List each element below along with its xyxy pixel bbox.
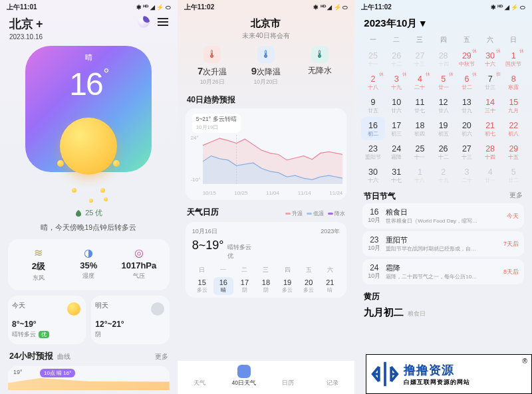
- calendar-day[interactable]: 17初三: [385, 117, 408, 140]
- forecast-stat[interactable]: 🌡 无降水: [293, 46, 346, 86]
- watermark-sub: 白嫖互联网资源的网站: [404, 378, 470, 387]
- calendar-day[interactable]: 24霜降: [385, 140, 408, 163]
- calendar-day[interactable]: 11廿七: [408, 94, 432, 117]
- nav-tab[interactable]: 40日天气: [221, 361, 266, 394]
- calendar-day[interactable]: 休30十六: [478, 47, 501, 70]
- aqi-badge[interactable]: 25 优: [0, 208, 178, 218]
- festival-card[interactable]: 2410月霜降霜降，二十四节气之一，每年公历10月23日…8天后: [362, 259, 524, 284]
- calendar-day[interactable]: 20初六: [455, 117, 478, 140]
- weekday: 五: [299, 264, 319, 276]
- trend-chart[interactable]: 5~21° 多云转晴10月19日 24° -10° 10/1510/2511/0…: [186, 108, 347, 200]
- day-card[interactable]: 明天 12°~21° 阴: [91, 296, 169, 344]
- calendar-day[interactable]: 18阴: [256, 277, 276, 295]
- forecast-stat[interactable]: 🌡 9次降温 10月20日: [239, 46, 293, 86]
- calendar-day[interactable]: 20多云: [299, 277, 319, 295]
- day-card[interactable]: 今天 8°~19° 晴转多云 优: [8, 296, 86, 344]
- nav-tab[interactable]: 日历: [266, 361, 311, 394]
- calendar-day[interactable]: 26十二: [432, 140, 455, 163]
- calendar-day[interactable]: 15九月: [502, 94, 525, 117]
- calendar-day[interactable]: 休5廿一: [432, 70, 455, 94]
- calendar-day[interactable]: 26十二: [385, 47, 408, 70]
- calendar-day[interactable]: 19初五: [432, 117, 455, 140]
- calendar-day[interactable]: 2十九: [432, 163, 455, 187]
- calendar-day[interactable]: 30十六: [361, 163, 384, 187]
- rest-badge: 休: [379, 71, 384, 78]
- calendar-desc: 晴转多云优: [227, 243, 251, 260]
- calendar-day[interactable]: 27十三: [408, 47, 432, 70]
- calendar-day[interactable]: 29十五: [502, 140, 525, 163]
- festival-more-link[interactable]: 更多: [509, 191, 523, 202]
- bottom-nav: 天气40日天气日历记录: [178, 361, 355, 394]
- rest-badge: 休: [496, 48, 501, 54]
- calendar-temp: 8~19°: [192, 239, 224, 252]
- calendar-day[interactable]: 班7廿三: [478, 70, 501, 94]
- calendar-day[interactable]: 3二十: [455, 163, 478, 187]
- legend-item: 升温: [285, 210, 303, 217]
- calendar-day[interactable]: 31十七: [385, 163, 408, 187]
- calendar-day[interactable]: 15多云: [192, 277, 212, 295]
- calendar-day[interactable]: 16晴: [213, 277, 233, 295]
- stat-value: 35%: [64, 260, 114, 270]
- particle-icon: [72, 188, 76, 193]
- festival-card[interactable]: 2310月重阳节重阳节早在战国时期就已经形成，自魏晋重…7天后: [362, 231, 524, 256]
- y-axis-label: -10°: [191, 177, 201, 183]
- nav-tab[interactable]: 天气: [178, 361, 222, 394]
- calendar-day[interactable]: 25十一: [361, 47, 384, 70]
- festival-card[interactable]: 1610月粮食日世界粮食日（World Food Day，缩写为WFD…今天: [362, 203, 524, 229]
- forecast-stat[interactable]: 🌡 7次升温 10月26日: [186, 46, 239, 86]
- calendar-day[interactable]: 休1国庆节: [502, 47, 525, 70]
- menu-icon[interactable]: [158, 17, 168, 27]
- calendar-day[interactable]: 休4二十: [408, 70, 432, 94]
- calendar-day[interactable]: 14三十: [478, 94, 501, 117]
- nav-tab[interactable]: 记录: [311, 361, 355, 394]
- calendar-day[interactable]: 4廿一: [478, 163, 501, 187]
- stat-humidity[interactable]: ◑ 35% 湿度: [64, 247, 114, 282]
- weekday: 三: [256, 264, 276, 276]
- trend-title: 40日趋势预报: [178, 89, 355, 108]
- calendar-day[interactable]: 5廿二: [502, 163, 525, 187]
- calendar-day[interactable]: 27十三: [455, 140, 478, 163]
- calendar-day[interactable]: 休2十八: [361, 70, 384, 94]
- hourly-mode[interactable]: 曲线: [57, 353, 70, 360]
- calendar-day[interactable]: 休3十九: [385, 70, 408, 94]
- calendar-day[interactable]: 19多云: [277, 277, 297, 295]
- weather-card[interactable]: 晴 16°: [25, 46, 152, 172]
- calendar-day[interactable]: 23重阳节: [361, 140, 384, 163]
- calendar-year: 2023年: [321, 227, 340, 236]
- calendar-day[interactable]: 18初四: [408, 117, 432, 140]
- hourly-chart[interactable]: 19° 10点 晴 16°: [8, 366, 170, 390]
- stat-wind[interactable]: ≋ 2级 东风: [13, 247, 64, 282]
- calendar-day[interactable]: 10廿六: [385, 94, 408, 117]
- calendar-day[interactable]: 12廿八: [432, 94, 455, 117]
- weather-calendar[interactable]: 10月16日 2023年 8~19° 晴转多云优 日一二三四五六 15多云16晴…: [186, 222, 347, 298]
- calendar-day[interactable]: 17阴: [235, 277, 255, 295]
- festival-date: 2310月: [368, 236, 380, 251]
- calendar-day[interactable]: 13廿九: [455, 94, 478, 117]
- month-grid[interactable]: 25十一26十二27十三28十四休29中秋节休30十六休1国庆节休2十八休3十九…: [361, 47, 525, 187]
- nav-icon: [237, 365, 251, 378]
- theme-toggle-icon[interactable]: [138, 16, 150, 28]
- calendar-day[interactable]: 25十一: [408, 140, 432, 163]
- x-tick: 10/15: [203, 190, 216, 196]
- location-selector[interactable]: 北京 +: [9, 16, 43, 32]
- calendar-day[interactable]: 16初二: [361, 117, 384, 140]
- calendar-day[interactable]: 休6廿二: [455, 70, 478, 94]
- calendar-day[interactable]: 22初八: [502, 117, 525, 140]
- lunar-date[interactable]: 九月初二粮食日: [354, 304, 532, 322]
- calendar-day[interactable]: 1十八: [408, 163, 432, 187]
- month-selector[interactable]: 2023年10月 ▾: [354, 15, 532, 34]
- hourly-more-link[interactable]: 更多: [155, 352, 168, 361]
- calendar-day[interactable]: 21初七: [478, 117, 501, 140]
- festival-countdown: 8天后: [503, 268, 519, 276]
- calendar-day[interactable]: 休29中秋节: [455, 47, 478, 70]
- calendar-day[interactable]: 8寒露: [502, 70, 525, 94]
- calendar-day[interactable]: 21晴: [320, 277, 340, 295]
- add-location-icon[interactable]: +: [36, 17, 43, 31]
- day-temp: 12°~21°: [95, 320, 165, 329]
- calendar-day[interactable]: 9廿五: [361, 94, 384, 117]
- status-bar: 上午11:02 ✱ ᴴᴰ ◢ ⚡ ⬭: [354, 0, 532, 15]
- stat-pressure[interactable]: ◎ 1017hPa 气压: [114, 247, 164, 282]
- calendar-day[interactable]: 28十四: [432, 47, 455, 70]
- hourly-tooltip: 10点 晴 16°: [40, 369, 75, 377]
- calendar-day[interactable]: 28十四: [478, 140, 501, 163]
